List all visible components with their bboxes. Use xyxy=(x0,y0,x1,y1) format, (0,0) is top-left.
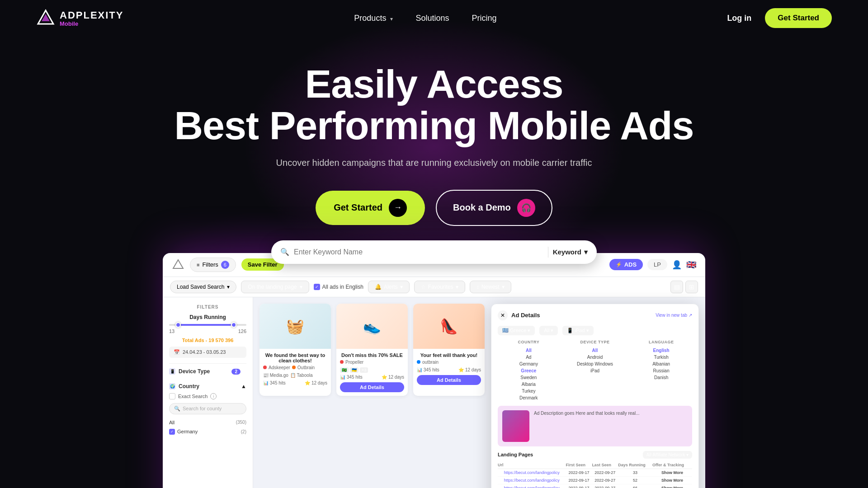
nav-solutions[interactable]: Solutions xyxy=(415,14,449,23)
keyword-selector-button[interactable]: Keyword ▾ xyxy=(553,248,588,256)
country-germany-item[interactable]: ✓ Germany (2) xyxy=(169,427,246,436)
nav-solutions-link[interactable]: Solutions xyxy=(415,14,449,23)
show-more-button[interactable]: Show More xyxy=(652,484,692,488)
get-started-nav-button[interactable]: Get Started xyxy=(765,8,832,28)
exact-search-checkbox[interactable] xyxy=(169,393,175,399)
chevron-up-icon[interactable]: ▲ xyxy=(241,383,246,389)
country-option-all[interactable]: All xyxy=(498,347,560,354)
favourites-button[interactable]: ☆ Favourites ▾ xyxy=(414,281,465,293)
ad-card-image: 👠 xyxy=(413,304,485,349)
ad-details-button[interactable]: Ad Details xyxy=(340,382,404,392)
panel-language-section: Language English Turkish Albanian Russia… xyxy=(630,340,692,401)
show-more-button[interactable]: Show More xyxy=(652,469,692,476)
view-new-tab-button[interactable]: View in new tab ↗ xyxy=(656,313,692,318)
search-country-input[interactable]: 🔍 Search for county xyxy=(169,403,246,414)
filters-button[interactable]: ≡ Filters 6 xyxy=(190,258,236,272)
source-dot xyxy=(263,366,267,369)
all-english-filter[interactable]: ✓ All ads in English xyxy=(314,284,363,290)
country-option-germany[interactable]: Germany xyxy=(498,361,560,367)
logo-text: ADPLEXITY Mobile xyxy=(60,9,123,27)
device-option-desktop[interactable]: Desktop Windows xyxy=(564,361,626,367)
lp-col-url: Url xyxy=(498,461,566,469)
ad-cards-grid: 🧺 We found the best way to clean clothes… xyxy=(253,297,491,488)
germany-checkbox: ✓ xyxy=(169,429,175,435)
panel-ad-description: Ad Description goes Here and that looks … xyxy=(534,410,639,442)
lp-col-days: Days Running xyxy=(618,461,652,469)
lp-table-header: Url First Seen Last Seen Days Running Of… xyxy=(498,461,692,469)
ads-tab[interactable]: ⚡ ADS xyxy=(609,259,643,270)
country-all-item[interactable]: All (350) xyxy=(169,418,246,427)
nav-links: Products ▾ Solutions Pricing xyxy=(354,14,496,23)
country-option-denmark[interactable]: Denmark xyxy=(498,394,560,401)
ad-card-image: 🧺 xyxy=(259,304,331,349)
search-small-icon: 🔍 xyxy=(174,406,180,412)
country-label: 🌍 Country xyxy=(169,383,199,389)
source-dot xyxy=(340,360,344,364)
ad-card-sources: Adskeeper Outbrain xyxy=(263,365,327,370)
book-demo-button[interactable]: Book a Demo 🎧 xyxy=(436,190,552,226)
nav-products[interactable]: Products ▾ xyxy=(354,14,393,23)
landing-page-selector[interactable]: On the landing page ▾ xyxy=(241,281,309,293)
nav-pricing[interactable]: Pricing xyxy=(472,14,496,23)
list-view-button[interactable]: ▤ xyxy=(670,281,683,293)
total-ads-label: Total Ads - 19 570 396 xyxy=(169,338,246,343)
chevron-down-icon: ▾ xyxy=(584,248,588,256)
language-option-albanian[interactable]: Albanian xyxy=(630,361,692,367)
language-option-danish[interactable]: Danish xyxy=(630,374,692,381)
language-option-turkish[interactable]: Turkish xyxy=(630,354,692,361)
panel-all-selector[interactable]: All ▾ xyxy=(539,326,558,335)
panel-pad-selector[interactable]: 📱 iPad ▾ xyxy=(562,326,593,335)
date-range[interactable]: 📅 24.04.23 - 03.05.23 xyxy=(169,347,246,358)
search-country-placeholder: Search for county xyxy=(183,406,222,411)
svg-marker-2 xyxy=(173,260,183,268)
chevron-down-icon: ▾ xyxy=(456,284,458,290)
slider-thumb-right[interactable] xyxy=(231,322,236,328)
chevron-down-icon: ▾ xyxy=(502,284,505,290)
login-button[interactable]: Log in xyxy=(727,14,751,23)
device-icon: 📱 xyxy=(169,368,175,375)
language-section-title: Language xyxy=(630,340,692,344)
show-more-button[interactable]: Show More xyxy=(652,476,692,484)
all-affiliates-selector[interactable]: All Affiliate Network ▾ xyxy=(643,451,692,459)
alerts-button[interactable]: 🔔 Alerts ▾ xyxy=(368,281,410,293)
device-option-android[interactable]: Android xyxy=(564,354,626,361)
source-dot xyxy=(292,366,296,369)
nav-products-link[interactable]: Products ▾ xyxy=(354,14,393,23)
device-option-ipad[interactable]: iPad xyxy=(564,367,626,374)
lp-table-row: https://becut.com/landingpolicy 2022-09-… xyxy=(498,484,692,488)
country-option-ad[interactable]: Ad xyxy=(498,354,560,361)
device-type-filter-row[interactable]: 📱 Device Type 2 ▾ xyxy=(169,363,246,380)
country-section: 🌍 Country ▲ Exact Search i 🔍 S xyxy=(169,383,246,436)
country-option-sweden[interactable]: Sweden xyxy=(498,374,560,381)
country-option-greece[interactable]: Greece xyxy=(498,367,560,374)
country-section-title: Country xyxy=(498,340,560,344)
nav-pricing-link[interactable]: Pricing xyxy=(472,14,496,23)
days-running-slider[interactable] xyxy=(169,324,246,326)
flag-badges: 🇧🇷 🇺🇦 +3 xyxy=(340,367,404,373)
language-option-russian[interactable]: Russian xyxy=(630,367,692,374)
view-toggle: ▤ ⊞ xyxy=(670,281,698,293)
country-option-turkey[interactable]: Turkey xyxy=(498,388,560,394)
device-option-all[interactable]: All xyxy=(564,347,626,354)
user-profile-icon[interactable]: 👤 xyxy=(672,260,682,270)
search-input[interactable] xyxy=(294,248,543,256)
info-icon: i xyxy=(210,393,217,399)
country-option-albaria[interactable]: Albaria xyxy=(498,381,560,388)
get-started-hero-button[interactable]: Get Started → xyxy=(316,191,425,225)
slider-thumb-left[interactable] xyxy=(175,322,181,328)
hero-buttons: Get Started → Book a Demo 🎧 xyxy=(9,190,859,226)
source-dot xyxy=(417,360,420,364)
panel-ad-thumbnail xyxy=(502,410,529,442)
grid-view-button[interactable]: ⊞ xyxy=(685,281,698,293)
external-link-icon: ↗ xyxy=(689,313,692,318)
lp-table-row: https://becut.com/landingpolicy 2022-09-… xyxy=(498,476,692,484)
ad-details-button[interactable]: Ad Details xyxy=(417,375,481,385)
panel-close-button[interactable]: ✕ xyxy=(498,310,508,320)
lp-tab[interactable]: LP xyxy=(647,259,667,270)
dashboard-wrapper: ≡ Filters 6 Save Filter ⚡ ADS LP 👤 🇬🇧 xyxy=(163,253,705,488)
language-option-english[interactable]: English xyxy=(630,347,692,354)
load-saved-search-button[interactable]: Load Saved Search ▾ xyxy=(170,281,236,293)
newest-button[interactable]: ↕ Newest ▾ xyxy=(470,281,511,293)
panel-greece-selector[interactable]: 🇬🇷 Greece ▾ xyxy=(498,326,535,335)
device-section-title: Device type xyxy=(564,340,626,344)
